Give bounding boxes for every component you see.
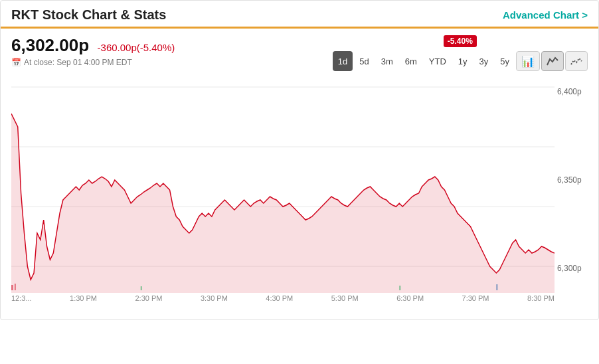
chart-area: 6,400p 6,350p 6,300p 12:3... 1:30 PM 2:3… [1,74,598,319]
svg-rect-5 [15,284,16,290]
x-label-130pm: 1:30 PM [70,294,97,302]
y-label-6400: 6,400p [557,87,588,96]
svg-rect-4 [11,285,13,290]
main-container: RKT Stock Chart & Stats Advanced Chart >… [0,0,599,320]
price-change: -360.00p(-5.40%) [98,42,175,53]
price-info: 6,302.00p -360.00p(-5.40%) 📅 At close: S… [11,35,175,67]
x-label-1230: 12:3... [11,294,32,302]
advanced-chart-link[interactable]: Advanced Chart > [503,9,588,21]
svg-rect-8 [496,284,497,290]
time-btn-5d[interactable]: 5d [354,51,374,71]
y-label-6300: 6,300p [557,264,588,273]
chart-controls: -5.40% 1d 5d 3m 6m YTD 1y 3y 5y 📊 [333,35,588,71]
svg-rect-6 [141,286,142,290]
time-btn-3y[interactable]: 3y [474,51,494,71]
x-label-330pm: 3:30 PM [201,294,228,302]
y-label-6350: 6,350p [557,175,588,185]
x-label-430pm: 4:30 PM [266,294,293,302]
change-badge: -5.40% [444,35,477,47]
x-label-830pm: 8:30 PM [527,294,555,302]
time-btn-6m[interactable]: 6m [400,51,422,71]
page-title: RKT Stock Chart & Stats [11,7,166,23]
time-btn-ytd[interactable]: YTD [424,51,452,71]
x-label-530pm: 5:30 PM [331,294,359,302]
close-time: At close: Sep 01 4:00 PM EDT [24,58,132,67]
header: RKT Stock Chart & Stats Advanced Chart > [1,1,598,29]
time-buttons: 1d 5d 3m 6m YTD 1y 3y 5y 📊 [333,51,588,71]
line-chart-btn[interactable] [565,51,588,71]
price-time: 📅 At close: Sep 01 4:00 PM EDT [11,58,175,67]
time-btn-5y[interactable]: 5y [495,51,515,71]
time-btn-3m[interactable]: 3m [376,51,398,71]
stock-chart-svg [11,74,555,293]
chart-wrapper [11,74,555,293]
time-btn-1y[interactable]: 1y [453,51,473,71]
x-axis-labels: 12:3... 1:30 PM 2:30 PM 3:30 PM 4:30 PM … [11,293,588,302]
y-axis-labels: 6,400p 6,350p 6,300p [555,74,588,293]
calendar-icon: 📅 [11,58,21,67]
time-btn-1d[interactable]: 1d [333,51,353,71]
candlestick-chart-btn[interactable]: 📊 [516,51,540,71]
price-row: 6,302.00p -360.00p(-5.40%) [11,35,175,56]
chart-with-yaxis: 6,400p 6,350p 6,300p [11,74,588,293]
current-price: 6,302.00p [11,35,89,55]
price-section: 6,302.00p -360.00p(-5.40%) 📅 At close: S… [1,29,598,74]
x-label-730pm: 7:30 PM [462,294,489,302]
x-label-230pm: 2:30 PM [135,294,162,302]
svg-rect-7 [399,286,400,290]
area-chart-btn[interactable] [541,51,564,71]
x-label-630pm: 6:30 PM [396,294,424,302]
